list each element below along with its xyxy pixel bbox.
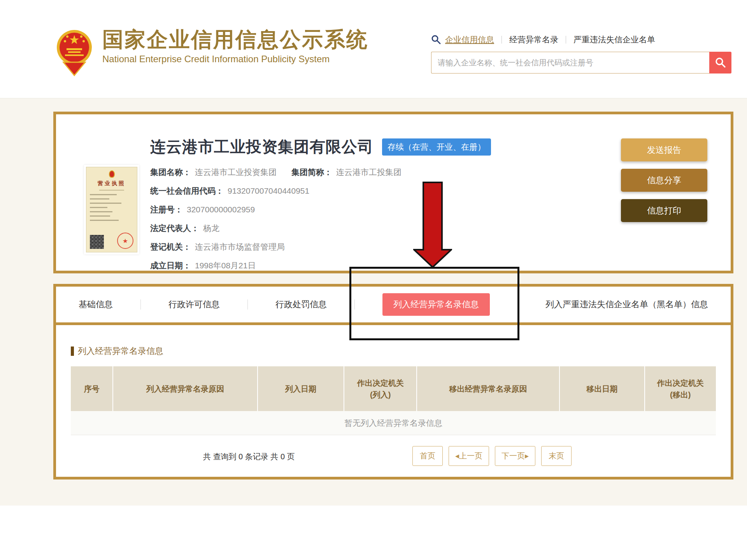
section-title-bar (71, 346, 74, 356)
field-pair: 集团名称：连云港市工业投资集团 (150, 167, 277, 178)
nav-links: 企业信用信息经营异常名录严重违法失信企业名单 (445, 34, 655, 45)
nav-separator (566, 36, 566, 44)
tab-separator (247, 299, 248, 310)
seal-star-icon: ★ (123, 237, 128, 245)
tab-separator (354, 299, 355, 310)
company-name-row: 连云港市工业投资集团有限公司 存续（在营、开业、在册） (150, 136, 491, 158)
nav-link-0[interactable]: 企业信用信息 (445, 34, 494, 45)
table-header-cell-3: 作出决定机关 (列入) (344, 366, 417, 411)
field-pair: 注册号：320700000002959 (150, 204, 255, 215)
tab-0[interactable]: 基础信息 (79, 299, 113, 310)
license-title: 营业执照 (90, 180, 133, 187)
tab-4[interactable]: 列入严重违法失信企业名单（黑名单）信息 (545, 299, 708, 310)
field-value: 连云港市工投集团 (336, 167, 402, 178)
brand: 国家企业信用信息公示系统 National Enterprise Credit … (56, 27, 368, 77)
license-bottom: ★ (90, 233, 133, 249)
next-page-button[interactable]: 下一页▸ (495, 446, 535, 466)
gold-divider (56, 322, 731, 325)
search-input[interactable] (431, 52, 709, 74)
share-info-button[interactable]: 信息分享 (621, 169, 707, 192)
pagination-row: 共 查询到 0 条记录 共 0 页 首页◂上一页下一页▸末页 (71, 435, 716, 479)
table-header-cell-0: 序号 (71, 366, 113, 411)
print-info-button[interactable]: 信息打印 (621, 199, 707, 222)
action-buttons: 发送报告信息分享信息打印 (621, 138, 707, 222)
field-pair: 统一社会信用代码：913207007040440951 (150, 186, 309, 196)
field-pair: 登记机关：连云港市市场监督管理局 (150, 242, 285, 252)
field-value: 连云港市市场监督管理局 (195, 242, 285, 252)
content-background: 营业执照 ★ 连云港 (0, 98, 747, 506)
table-empty-row: 暂无列入经营异常名录信息 (71, 411, 716, 435)
prev-page-button[interactable]: ◂上一页 (449, 446, 489, 466)
field-label: 统一社会信用代码： (150, 186, 224, 196)
detail-card: 基础信息行政许可信息行政处罚信息列入经营异常名录信息列入严重违法失信企业名单（黑… (53, 284, 733, 480)
table-header-cell-1: 列入经营异常名录原因 (113, 366, 258, 411)
record-count-summary: 共 查询到 0 条记录 共 0 页 (203, 452, 295, 462)
license-text-lines (90, 194, 133, 221)
tab-separator (517, 299, 518, 310)
field-value: 913207007040440951 (228, 186, 309, 196)
field-value: 连云港市工业投资集团 (195, 167, 277, 178)
search-icon (431, 35, 441, 45)
national-emblem-logo (56, 27, 92, 77)
section-title-text: 列入经营异常名录信息 (78, 345, 163, 357)
field-pair: 法定代表人：杨龙 (150, 223, 219, 234)
qr-code-icon (90, 235, 104, 249)
site-subtitle: National Enterprise Credit Information P… (102, 54, 368, 65)
site-title: 国家企业信用信息公示系统 (102, 27, 368, 51)
field-label: 登记机关： (150, 242, 191, 252)
abnormal-list-section: 列入经营异常名录信息 序号列入经营异常名录原因列入日期作出决定机关 (列入)移出… (56, 325, 731, 479)
field-pair: 成立日期：1998年08月21日 (150, 260, 256, 271)
nav-link-1[interactable]: 经营异常名录 (509, 34, 558, 45)
company-field-row: 法定代表人：杨龙 (150, 223, 491, 234)
field-label: 成立日期： (150, 260, 191, 271)
page: 国家企业信用信息公示系统 National Enterprise Credit … (0, 0, 747, 560)
section-title: 列入经营异常名录信息 (71, 345, 716, 357)
search-button-icon (715, 57, 726, 68)
red-seal-icon: ★ (117, 233, 133, 249)
company-fields: 集团名称：连云港市工业投资集团集团简称：连云港市工投集团统一社会信用代码：913… (150, 167, 491, 271)
last-page-button[interactable]: 末页 (541, 446, 572, 466)
tab-1[interactable]: 行政许可信息 (168, 299, 220, 310)
field-label: 集团简称： (291, 167, 332, 178)
table-header-cell-4: 移出经营异常名录原因 (417, 366, 559, 411)
pager: 首页◂上一页下一页▸末页 (412, 446, 572, 466)
business-license-cert: 营业执照 ★ (86, 167, 137, 252)
first-page-button[interactable]: 首页 (412, 446, 443, 466)
company-field-row: 集团名称：连云港市工业投资集团集团简称：连云港市工投集团 (150, 167, 491, 178)
field-value: 1998年08月21日 (195, 260, 256, 271)
tab-row: 基础信息行政许可信息行政处罚信息列入经营异常名录信息列入严重违法失信企业名单（黑… (56, 287, 731, 322)
tab-2[interactable]: 行政处罚信息 (275, 299, 327, 310)
header-nav: 企业信用信息经营异常名录严重违法失信企业名单 (431, 33, 731, 46)
field-label: 注册号： (150, 204, 183, 215)
company-field-row: 成立日期：1998年08月21日 (150, 260, 491, 271)
license-emblem-icon (109, 170, 115, 178)
status-badge: 存续（在营、开业、在册） (382, 138, 491, 156)
company-field-row: 登记机关：连云港市市场监督管理局 (150, 242, 491, 252)
abnormal-table: 序号列入经营异常名录原因列入日期作出决定机关 (列入)移出经营异常名录原因移出日… (71, 366, 716, 435)
table-header-cell-6: 作出决定机关 (移出) (645, 366, 716, 411)
brand-text: 国家企业信用信息公示系统 National Enterprise Credit … (102, 27, 368, 65)
table-header-cell-5: 移出日期 (560, 366, 645, 411)
tab-separator (140, 299, 141, 310)
header-search-area: 企业信用信息经营异常名录严重违法失信企业名单 (431, 33, 731, 74)
send-report-button[interactable]: 发送报告 (621, 138, 707, 161)
company-name: 连云港市工业投资集团有限公司 (150, 136, 374, 158)
business-license-image: 营业执照 ★ (84, 165, 139, 254)
table-header-cell-2: 列入日期 (258, 366, 344, 411)
company-card: 营业执照 ★ 连云港 (53, 112, 733, 273)
company-field-row: 统一社会信用代码：913207007040440951 (150, 186, 491, 196)
company-field-row: 注册号：320700000002959 (150, 204, 491, 215)
search-button[interactable] (709, 52, 731, 74)
table-header-row: 序号列入经营异常名录原因列入日期作出决定机关 (列入)移出经营异常名录原因移出日… (71, 366, 716, 411)
field-value: 320700000002959 (187, 205, 255, 214)
nav-link-2[interactable]: 严重违法失信企业名单 (573, 34, 655, 45)
field-label: 法定代表人： (150, 223, 199, 234)
license-divider (99, 190, 124, 191)
tab-3[interactable]: 列入经营异常名录信息 (382, 293, 490, 316)
field-value: 杨龙 (203, 223, 219, 234)
field-pair: 集团简称：连云港市工投集团 (291, 167, 402, 178)
company-info: 连云港市工业投资集团有限公司 存续（在营、开业、在册） 集团名称：连云港市工业投… (150, 136, 491, 271)
site-header: 国家企业信用信息公示系统 National Enterprise Credit … (0, 0, 747, 98)
search-bar (431, 52, 731, 74)
field-label: 集团名称： (150, 167, 191, 178)
